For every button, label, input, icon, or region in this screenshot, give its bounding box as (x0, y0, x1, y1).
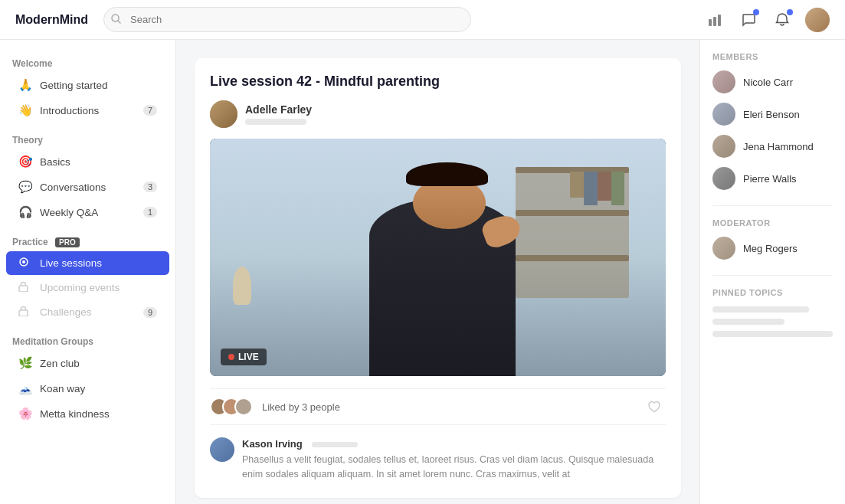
conversations-badge: 3 (143, 182, 157, 192)
conversations-icon: 💬 (18, 180, 34, 194)
like-avatar-3 (234, 398, 253, 416)
comment-author-line (312, 442, 358, 447)
members-section: MEMBERS Nicole Carr Eleri Benson Jena Ha… (712, 52, 833, 190)
comment-content: Kason Irving Phasellus a velit feugiat, … (242, 437, 666, 483)
sidebar-section-title-practice: Practice PRO (0, 231, 175, 250)
upcoming-events-lock-icon (18, 281, 34, 294)
sidebar-section-title-theory: Theory (0, 129, 175, 149)
bar-chart-icon[interactable] (704, 9, 725, 31)
practice-label: Practice (12, 237, 48, 247)
member-row-eleri: Eleri Benson (712, 103, 833, 126)
member-avatar-pierre (712, 167, 735, 190)
live-sessions-icon (18, 257, 34, 270)
member-row-nicole: Nicole Carr (712, 70, 833, 93)
svg-line-1 (118, 21, 120, 23)
member-name-meg: Meg Rogers (743, 243, 798, 254)
sidebar: Welcome 🙏 Getting started 👋 Introduction… (0, 40, 176, 504)
metta-kindness-icon: 🌸 (18, 407, 34, 421)
introductions-badge: 7 (143, 105, 157, 116)
search-bar (103, 7, 471, 32)
sidebar-item-zen-club[interactable]: 🌿 Zen club (6, 351, 169, 375)
member-row-pierre: Pierre Walls (712, 167, 833, 190)
members-section-title: MEMBERS (712, 52, 833, 61)
sidebar-item-label: Weekly Q&A (40, 207, 98, 218)
member-row-jena: Jena Hammond (712, 135, 833, 158)
pinned-line-2 (712, 319, 784, 325)
svg-rect-6 (22, 260, 25, 263)
sidebar-item-introductions[interactable]: 👋 Introductions 7 (6, 98, 169, 123)
user-avatar-image (805, 8, 830, 32)
sidebar-item-label: Getting started (40, 80, 108, 91)
like-avatars (210, 398, 247, 416)
moderator-section-title: MODERATOR (712, 218, 833, 227)
member-avatar-jena (712, 135, 735, 158)
header-actions (704, 8, 830, 32)
chat-icon[interactable] (738, 9, 759, 31)
comment-row: Kason Irving Phasellus a velit feugiat, … (210, 437, 666, 483)
sidebar-item-label: Conversations (40, 182, 106, 193)
pinned-section: PINNED TOPICS (712, 288, 833, 337)
post-author-info: Adelle Farley (245, 103, 312, 125)
member-name-jena: Jena Hammond (743, 141, 814, 152)
comment-author-name: Kason Irving (242, 438, 303, 450)
sidebar-item-label: Challenges (40, 306, 92, 318)
sidebar-item-basics[interactable]: 🎯 Basics (6, 149, 169, 174)
live-badge: LIVE (221, 349, 267, 365)
sidebar-item-challenges[interactable]: Challenges 9 (6, 300, 169, 324)
post-header: Adelle Farley (210, 100, 666, 128)
moderator-section: MODERATOR Meg Rogers (712, 218, 833, 260)
search-input[interactable] (103, 7, 471, 32)
body: Welcome 🙏 Getting started 👋 Introduction… (0, 40, 845, 504)
panel-divider-2 (712, 275, 833, 276)
sidebar-item-koan-way[interactable]: 🗻 Koan way (6, 376, 169, 401)
pinned-line-3 (712, 331, 833, 337)
member-row-meg: Meg Rogers (712, 237, 833, 260)
svg-rect-2 (709, 19, 712, 26)
likes-text: Liked by 3 people (262, 401, 643, 413)
sidebar-item-metta-kindness[interactable]: 🌸 Metta kindness (6, 401, 169, 426)
sidebar-item-weekly-qa[interactable]: 🎧 Weekly Q&A 1 (6, 200, 169, 224)
book4 (570, 172, 584, 198)
post-title: Live session 42 - Mindful parenting (210, 74, 666, 90)
user-avatar[interactable] (805, 8, 830, 32)
video-player[interactable]: LIVE (210, 139, 666, 376)
comment-author-row: Kason Irving (242, 437, 666, 450)
sidebar-section-welcome: Welcome 🙏 Getting started 👋 Introduction… (0, 52, 175, 123)
app-container: ModernMind (0, 0, 845, 504)
bell-badge (787, 9, 793, 15)
video-shelf-bot (516, 255, 630, 261)
main-content: Live session 42 - Mindful parenting Adel… (176, 40, 699, 504)
sidebar-section-practice: Practice PRO Live sessions Upcoming even… (0, 231, 175, 324)
sidebar-item-label: Upcoming events (40, 282, 120, 293)
member-avatar-meg (712, 237, 735, 260)
sidebar-section-title-welcome: Welcome (0, 52, 175, 72)
member-name-eleri: Eleri Benson (743, 109, 800, 120)
challenges-lock-icon (18, 306, 34, 319)
pinned-section-title: PINNED TOPICS (712, 288, 833, 297)
getting-started-icon: 🙏 (18, 78, 34, 92)
likes-row: Liked by 3 people (210, 388, 666, 425)
post-card: Live session 42 - Mindful parenting Adel… (195, 58, 681, 498)
person-hair (406, 162, 488, 186)
pinned-line-1 (712, 306, 809, 313)
bell-icon[interactable] (771, 9, 793, 31)
post-author-line (245, 119, 306, 125)
book1 (611, 172, 625, 205)
sidebar-item-label: Live sessions (40, 257, 102, 269)
member-avatar-eleri (712, 103, 735, 126)
like-button[interactable] (643, 395, 666, 418)
video-shelf-mid (516, 210, 630, 216)
sidebar-item-upcoming-events[interactable]: Upcoming events (6, 276, 169, 299)
koan-way-icon: 🗻 (18, 381, 34, 395)
zen-club-icon: 🌿 (18, 356, 34, 370)
sidebar-item-label: Metta kindness (40, 408, 110, 420)
right-panel: MEMBERS Nicole Carr Eleri Benson Jena Ha… (699, 40, 845, 504)
sidebar-item-getting-started[interactable]: 🙏 Getting started (6, 73, 169, 97)
svg-rect-3 (713, 17, 716, 26)
live-dot (228, 354, 234, 360)
sidebar-item-live-sessions[interactable]: Live sessions (6, 251, 169, 275)
post-author-name: Adelle Farley (245, 103, 312, 116)
member-name-nicole: Nicole Carr (743, 77, 793, 88)
sidebar-item-conversations[interactable]: 💬 Conversations 3 (6, 175, 169, 199)
live-label: LIVE (238, 352, 259, 362)
